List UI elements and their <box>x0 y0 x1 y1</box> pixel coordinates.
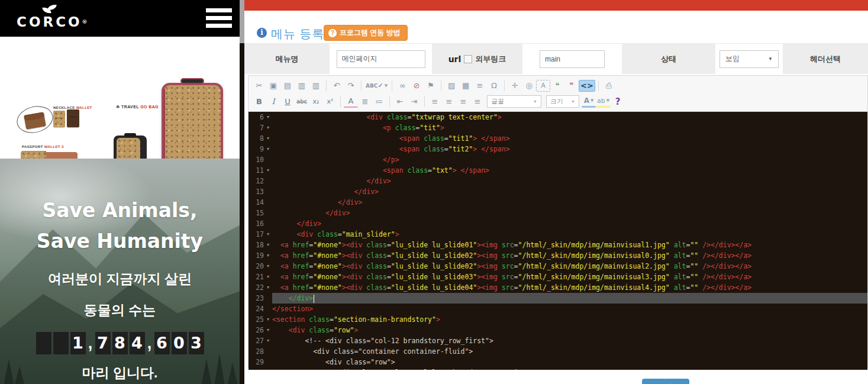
redo-icon[interactable]: ↷ <box>344 80 358 92</box>
code-line-28[interactable]: 28 <div class="container container-fluid… <box>249 346 867 357</box>
code-line-6[interactable]: 6▼ <div class="txtwrap text-center"> <box>249 112 867 122</box>
status-select[interactable]: 보임▼ <box>719 50 779 68</box>
fold-arrow-icon[interactable]: ▼ <box>264 240 272 250</box>
code-line-26[interactable]: 26▼ <div class="row"> <box>249 325 867 335</box>
italic-icon[interactable]: I <box>266 96 280 108</box>
align-justify-icon[interactable]: ≡ <box>470 96 485 108</box>
quote-del-icon[interactable]: ❞ <box>564 80 579 92</box>
code-line-14[interactable]: 14 </div> <box>249 197 867 208</box>
unlink-icon[interactable]: ⊘ <box>409 80 424 92</box>
image-icon[interactable]: ▨ <box>444 80 459 92</box>
fold-arrow-icon[interactable]: ▼ <box>264 325 272 335</box>
code-line-11[interactable]: 11▼ <span class="txt"> </span> <box>249 165 867 176</box>
code-line-17[interactable]: 17▼ <div class="main_slider"> <box>249 229 867 240</box>
align-left-icon[interactable]: ≡ <box>428 96 442 108</box>
find-icon[interactable]: ◎ <box>522 80 536 92</box>
outdent-icon[interactable]: ⇤ <box>393 96 407 108</box>
print-icon[interactable]: ⎙ <box>602 80 616 92</box>
size-select[interactable]: 크기▼ <box>546 95 579 108</box>
paste-text-icon[interactable]: ▥ <box>295 80 309 92</box>
menu-name-input[interactable] <box>337 50 425 68</box>
fold-arrow-icon[interactable]: ▼ <box>264 112 272 122</box>
remove-format-icon[interactable]: A <box>344 96 358 108</box>
hero-tail-text: 마리 입니다. <box>0 364 240 382</box>
code-text: </div> <box>272 218 867 229</box>
indent-icon[interactable]: ⇥ <box>407 96 421 108</box>
hamburger-menu-icon[interactable] <box>206 8 232 28</box>
program-link-help-button[interactable]: ? 프로그램 연동 방법 <box>324 25 408 41</box>
spellcheck-icon[interactable]: ABC✓▼ <box>364 80 389 92</box>
fold-arrow-icon[interactable]: ▼ <box>264 165 272 176</box>
code-line-15[interactable]: 15 </div> <box>249 208 867 218</box>
save-button[interactable]: 저장하기 <box>642 379 689 384</box>
code-line-13[interactable]: 13 </div> <box>249 186 867 197</box>
underline-icon[interactable]: U <box>280 96 295 108</box>
fold-arrow-icon[interactable]: ▼ <box>264 133 272 144</box>
code-line-7[interactable]: 7▼ <p class="tit"> <box>249 122 867 133</box>
code-line-10[interactable]: 10 </p> <box>249 154 867 165</box>
product-slider[interactable]: NECKLACE WALLET PASSPORT WALLET 3 ☘ TRAV… <box>0 37 240 159</box>
code-text: <div class="row"> <box>272 325 867 335</box>
code-line-9[interactable]: 9▼ <span class="tit2"> </span> <box>249 144 867 154</box>
fold-arrow-icon[interactable]: ▼ <box>264 144 272 154</box>
quote-add-icon[interactable]: ❝ <box>550 80 564 92</box>
fold-arrow-icon[interactable]: ▼ <box>264 229 272 240</box>
bullet-list-icon[interactable]: ≔ <box>372 96 386 108</box>
code-lines[interactable]: 6▼ <div class="txtwrap text-center">7▼ <… <box>249 112 867 370</box>
code-line-24[interactable]: 24</section> <box>249 304 867 314</box>
fold-arrow-icon[interactable]: ▼ <box>264 250 272 261</box>
fold-arrow-icon[interactable]: ▼ <box>264 314 272 325</box>
anchor-flag-icon[interactable]: ⚑ <box>424 80 438 92</box>
bold-icon[interactable]: B <box>252 96 266 108</box>
undo-icon[interactable]: ↶ <box>330 80 344 92</box>
code-line-20[interactable]: 20▼ <a href="#none"><div class="lu_slide… <box>249 261 867 272</box>
table-icon[interactable]: ▦ <box>459 80 473 92</box>
code-line-29[interactable]: 29 <div class="row"> <box>249 357 867 367</box>
url-input[interactable] <box>540 50 605 68</box>
fold-arrow-icon[interactable]: ▼ <box>264 272 272 282</box>
code-line-22[interactable]: 22▼ <a href="#none"><div class="lu_slide… <box>249 282 867 293</box>
special-char-icon[interactable]: Ω <box>487 80 501 92</box>
strike-icon[interactable]: abc <box>295 96 309 108</box>
fold-arrow-icon[interactable]: ▼ <box>264 122 272 133</box>
paste-word-icon[interactable]: ▥ <box>309 80 323 92</box>
code-line-30[interactable]: 30 <div class="col-12 col-lg-7 brandstor… <box>249 367 867 370</box>
line-number: 20 <box>249 261 264 272</box>
ordered-list-icon[interactable]: ≣ <box>358 96 372 108</box>
code-line-21[interactable]: 21▼ <a href="#none"><div class="lu_slide… <box>249 272 867 282</box>
site-logo[interactable]: CORCO® <box>17 2 82 36</box>
superscript-icon[interactable]: x² <box>323 96 337 108</box>
align-right-icon[interactable]: ≡ <box>456 96 470 108</box>
code-line-23[interactable]: 23 </div> <box>249 293 867 304</box>
code-line-18[interactable]: 18▼ <a href="#none"><div class="lu_slide… <box>249 240 867 250</box>
preview-scrollbar-thumb[interactable] <box>240 0 244 43</box>
fold-arrow-icon[interactable]: ▼ <box>264 282 272 293</box>
line-number: 22 <box>249 282 264 293</box>
code-line-27[interactable]: 27▼ <!-- <div class="col-12 brandstory_r… <box>249 335 867 346</box>
horizontal-rule-icon[interactable]: ≡ <box>473 80 487 92</box>
code-line-16[interactable]: 16 </div> <box>249 218 867 229</box>
help-icon[interactable]: ? <box>611 96 625 108</box>
maximize-icon[interactable]: ✛ <box>508 80 522 92</box>
copy-icon[interactable]: ▣ <box>266 80 280 92</box>
text-color-icon[interactable]: A▼ <box>582 96 596 108</box>
bg-color-icon[interactable]: ab▼ <box>596 96 611 108</box>
preview-scrollbar-track[interactable] <box>240 0 244 384</box>
cut-icon[interactable]: ✂ <box>252 80 266 92</box>
code-line-19[interactable]: 19▼ <a href="#none"><div class="lu_slide… <box>249 250 867 261</box>
link-icon[interactable]: ∞ <box>395 80 409 92</box>
source-icon[interactable]: <> <box>579 80 595 92</box>
code-line-25[interactable]: 25▼<section class="section-main-brandsto… <box>249 314 867 325</box>
paste-icon[interactable]: ▤ <box>280 80 295 92</box>
header-select-label: 헤더선택 <box>810 54 841 64</box>
code-line-12[interactable]: 12 </div> <box>249 176 867 186</box>
code-text: <a href="#none"><div class="lu_slide lu_… <box>272 282 867 293</box>
font-select[interactable]: 글꼴▼ <box>487 95 541 108</box>
select-all-icon[interactable]: A <box>536 80 550 92</box>
code-line-8[interactable]: 8▼ <span class="tit1"> </span> <box>249 133 867 144</box>
align-center-icon[interactable]: ≡ <box>442 96 456 108</box>
subscript-icon[interactable]: x₂ <box>309 96 323 108</box>
external-link-checkbox[interactable] <box>464 55 472 63</box>
fold-arrow-icon[interactable]: ▼ <box>264 261 272 272</box>
fold-arrow-icon[interactable]: ▼ <box>264 335 272 346</box>
